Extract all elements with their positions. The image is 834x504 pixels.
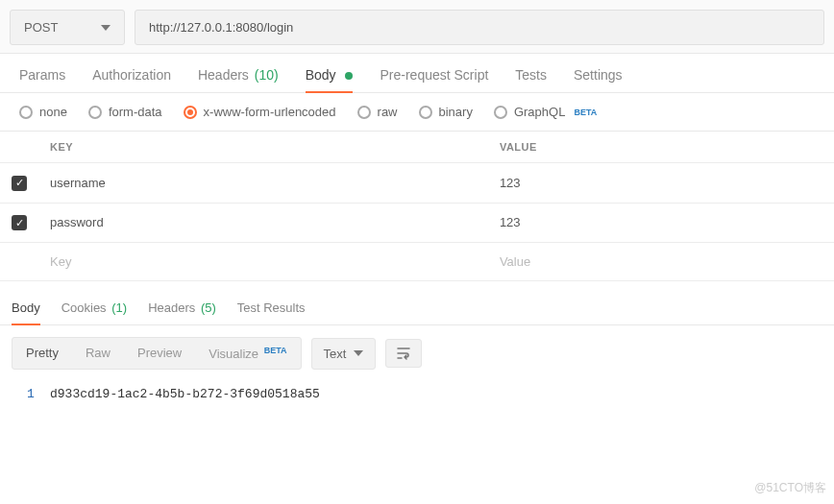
body-type-binary[interactable]: binary <box>419 105 473 119</box>
radio-icon <box>88 106 102 119</box>
response-content[interactable]: d933cd19-1ac2-4b5b-b272-3f69d0518a55 <box>50 387 320 401</box>
checkbox-header <box>0 132 38 163</box>
response-controls: Pretty Raw Preview Visualize BETA Text <box>0 325 834 381</box>
body-type-none[interactable]: none <box>19 105 67 119</box>
fmt-pretty[interactable]: Pretty <box>12 338 72 369</box>
fmt-preview[interactable]: Preview <box>124 338 195 369</box>
resp-tab-tests[interactable]: Test Results <box>237 300 306 324</box>
resp-tab-cookies[interactable]: Cookies (1) <box>61 300 127 324</box>
resp-headers-label: Headers <box>148 300 195 315</box>
request-tabs: Params Authorization Headers (10) Body P… <box>0 54 834 93</box>
body-type-none-label: none <box>39 105 67 119</box>
http-method-label: POST <box>24 20 58 35</box>
cookies-count: (1) <box>111 300 127 315</box>
line-number: 1 <box>12 387 50 401</box>
response-type-select[interactable]: Text <box>311 338 377 370</box>
body-indicator-icon <box>345 72 353 80</box>
key-input[interactable]: Key <box>38 243 488 281</box>
value-header: VALUE <box>488 132 834 163</box>
table-row-new: Key Value <box>0 243 834 281</box>
body-type-urlencoded[interactable]: x-www-form-urlencoded <box>184 105 336 119</box>
value-cell[interactable]: 123 <box>488 163 834 204</box>
chevron-down-icon <box>354 350 363 356</box>
radio-icon <box>357 106 371 119</box>
format-tabs: Pretty Raw Preview Visualize BETA <box>12 337 302 370</box>
body-type-graphql[interactable]: GraphQL BETA <box>494 105 597 119</box>
radio-icon <box>184 106 197 119</box>
tab-params[interactable]: Params <box>19 67 65 92</box>
body-type-graphql-label: GraphQL <box>514 105 565 119</box>
body-type-formdata-label: form-data <box>109 105 162 119</box>
key-cell[interactable]: password <box>38 203 488 243</box>
tab-prerequest[interactable]: Pre-request Script <box>380 67 488 92</box>
wrap-lines-button[interactable] <box>385 339 422 368</box>
table-row: ✓ username 123 <box>0 163 834 204</box>
beta-badge: BETA <box>264 346 287 355</box>
resp-cookies-label: Cookies <box>61 300 107 315</box>
row-checkbox[interactable]: ✓ <box>12 215 27 230</box>
form-data-table: KEY VALUE ✓ username 123 ✓ password 123 … <box>0 132 834 281</box>
beta-badge: BETA <box>574 108 597 117</box>
key-header: KEY <box>38 132 488 163</box>
resp-tab-headers[interactable]: Headers (5) <box>148 300 216 324</box>
radio-icon <box>19 106 33 119</box>
response-tabs: Body Cookies (1) Headers (5) Test Result… <box>0 287 834 325</box>
response-type-label: Text <box>324 347 347 361</box>
response-body: 1 d933cd19-1ac2-4b5b-b272-3f69d0518a55 <box>0 381 834 420</box>
row-checkbox[interactable]: ✓ <box>12 176 27 191</box>
fmt-raw[interactable]: Raw <box>72 338 124 369</box>
tab-body-label: Body <box>306 67 336 83</box>
body-type-raw[interactable]: raw <box>357 105 398 119</box>
http-method-select[interactable]: POST <box>10 10 125 45</box>
tab-settings[interactable]: Settings <box>574 67 623 92</box>
resp-tab-body[interactable]: Body <box>12 300 40 324</box>
radio-icon <box>419 106 432 119</box>
value-input[interactable]: Value <box>488 243 834 281</box>
radio-icon <box>494 106 507 119</box>
table-row: ✓ password 123 <box>0 203 834 243</box>
headers-count: (10) <box>255 67 279 83</box>
url-input[interactable]: http://127.0.0.1:8080/login <box>135 10 824 45</box>
chevron-down-icon <box>101 25 110 31</box>
tab-headers[interactable]: Headers (10) <box>198 67 279 92</box>
value-cell[interactable]: 123 <box>488 203 834 243</box>
tab-body[interactable]: Body <box>306 67 354 92</box>
url-value: http://127.0.0.1:8080/login <box>149 20 293 35</box>
body-type-urlencoded-label: x-www-form-urlencoded <box>204 105 336 119</box>
wrap-icon <box>396 346 411 361</box>
body-type-row: none form-data x-www-form-urlencoded raw… <box>0 93 834 132</box>
body-type-raw-label: raw <box>378 105 398 119</box>
body-type-binary-label: binary <box>439 105 473 119</box>
fmt-visualize-label: Visualize <box>208 347 258 361</box>
fmt-visualize[interactable]: Visualize BETA <box>195 338 300 369</box>
tab-tests[interactable]: Tests <box>515 67 547 92</box>
tab-headers-label: Headers <box>198 67 249 83</box>
tab-authorization[interactable]: Authorization <box>92 67 171 92</box>
key-cell[interactable]: username <box>38 163 488 204</box>
resp-headers-count: (5) <box>201 300 216 315</box>
body-type-formdata[interactable]: form-data <box>88 105 162 119</box>
